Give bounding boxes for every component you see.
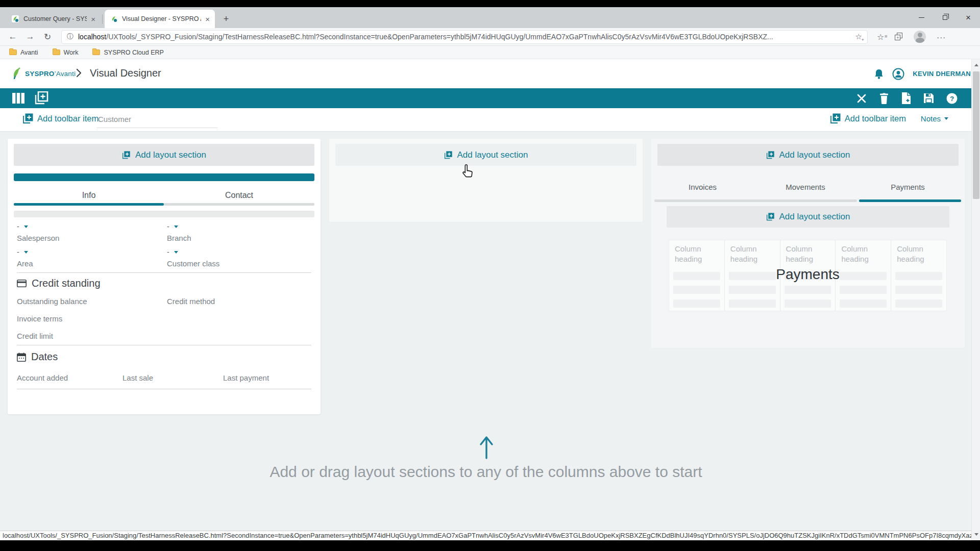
back-button[interactable]: ← [4,32,21,42]
new-file-icon[interactable] [901,92,911,104]
grid-cell [725,283,780,296]
tab-close-icon[interactable]: × [91,15,95,23]
label-credit-method: Credit method [167,297,215,306]
add-plus-icon [766,151,775,159]
tab-payments[interactable]: Payments [857,180,959,194]
tab-visual-designer[interactable]: Visual Designer - SYSPRO Avanti × [105,10,215,28]
add-section-icon[interactable] [34,91,49,105]
field-salesperson[interactable]: - Salesperson [17,222,160,242]
avatar-head [918,33,922,37]
chevron-down-icon [24,226,28,228]
plus-icon: + [862,37,864,42]
screen: Customer Query - SYSPRO Avant × Visual D… [0,0,980,551]
calendar-icon [17,353,26,362]
tab-movements[interactable]: Movements [754,180,857,194]
new-tab-button[interactable]: + [220,13,232,26]
user-name[interactable]: KEVIN DHERMAN [913,70,971,78]
minimize-button[interactable] [910,7,933,28]
column-heading: Column heading [891,240,946,269]
notes-dropdown[interactable]: Notes [921,114,948,123]
tab-customer-query[interactable]: Customer Query - SYSPRO Avant × [6,10,101,28]
chevron-down-icon [174,251,178,254]
close-designer-icon[interactable] [856,93,867,104]
grid-cell [891,283,946,296]
field-label: Branch [167,234,310,242]
scrollbar-thumb[interactable] [973,71,979,199]
add-layout-section-button-col2[interactable]: Add layout section [335,144,636,166]
delete-trash-icon[interactable] [879,93,889,104]
restore-button[interactable] [933,7,957,28]
syspro-favicon [110,15,118,23]
add-layout-section-button-col1[interactable]: Add layout section [14,144,314,166]
active-tab-indicator [14,203,164,206]
avatar-body [916,38,924,43]
bookmark-folder-avanti[interactable]: Avanti [9,49,38,56]
site-info-icon[interactable]: ⓘ [67,32,74,41]
header-right: KEVIN DHERMAN [874,59,971,88]
toolbar-caption-input[interactable]: Customer [97,113,217,128]
help-icon[interactable]: ? [946,93,958,104]
layout-column-3: Add layout section Invoices Movements Pa… [651,139,965,348]
layout-column-1: Add layout section Info Contact - Salesp… [8,139,321,414]
browser-profile-avatar[interactable] [914,31,926,43]
url-input[interactable]: ⓘ localhost/UXTools/_SYSPRO_Fusion/Stagi… [61,30,868,44]
tab-contact[interactable]: Contact [164,188,314,203]
chevron-down-icon [174,226,178,228]
vertical-scrollbar[interactable] [971,59,980,540]
field-area[interactable]: - Area [17,248,160,268]
restore-icon [943,15,947,20]
field-branch[interactable]: - Branch [167,222,310,242]
section-title: Credit standing [32,278,101,289]
tab-info[interactable]: Info [14,188,164,203]
breadcrumb-chevron-icon [76,68,82,78]
capture-bottom-bar [0,540,980,551]
add-layout-section-button-col3[interactable]: Add layout section [657,144,959,166]
user-avatar-icon[interactable] [892,68,904,80]
tab-invoices[interactable]: Invoices [651,180,754,194]
notes-label: Notes [921,114,941,123]
add-toolbar-item-left-button[interactable]: Add toolbar item [22,113,99,124]
forward-button[interactable]: → [21,32,39,42]
close-window-button[interactable]: × [957,7,980,28]
collections-icon[interactable]: + [895,33,903,41]
browser-toolbar-icons: ☆≡ + ··· [877,31,953,43]
designer-toolbar-row: Add toolbar item Customer Add toolbar it… [0,108,980,132]
syspro-avanti-logo[interactable]: SYSPRO’Avanti [11,67,76,80]
tab-separator [102,14,103,24]
credit-standing-header: Credit standing [17,278,101,289]
add-plus-icon [766,213,775,221]
grid-cell [836,283,891,296]
inactive-tab-indicator [164,203,314,206]
svg-text:?: ? [950,95,954,103]
field-customer-class[interactable]: - Customer class [167,248,310,268]
bookmarks-bar: Avanti Work SYSPRO Cloud ERP [0,46,980,59]
refresh-button[interactable]: ↻ [39,32,56,42]
label-credit-limit: Credit limit [17,332,53,340]
favorites-icon[interactable]: ☆≡ [877,32,884,42]
hand-cursor [460,163,476,180]
grid-cell [780,283,836,296]
add-layout-section-button-col3-inner[interactable]: Add layout section [667,206,949,228]
active-tab-indicator [859,199,961,202]
arrow-up-icon [478,435,495,459]
scroll-up-arrow[interactable] [972,61,980,69]
add-plus-icon [444,151,453,159]
tab-close-icon[interactable]: × [205,15,210,23]
bookmark-folder-work[interactable]: Work [53,49,79,56]
page-title: Visual Designer [90,67,161,79]
label-invoice-terms: Invoice terms [17,314,62,323]
bookmark-label: SYSPRO Cloud ERP [104,49,163,56]
folder-icon [9,49,17,55]
add-layout-section-label: Add layout section [779,212,850,222]
notifications-bell-icon[interactable] [874,68,884,80]
add-toolbar-item-right-button[interactable]: Add toolbar item [830,113,906,124]
columns-layout-icon[interactable] [12,93,24,104]
divider [17,345,311,345]
browser-menu-icon[interactable]: ··· [937,33,946,41]
save-icon[interactable] [923,93,934,104]
add-toolbar-item-label: Add toolbar item [845,114,906,123]
bookmark-folder-syspro-cloud-erp[interactable]: SYSPRO Cloud ERP [92,49,163,56]
column-heading: Column heading [725,240,780,269]
add-favorite-icon[interactable]: ☆+ [855,32,862,41]
scroll-down-arrow[interactable] [972,530,980,539]
